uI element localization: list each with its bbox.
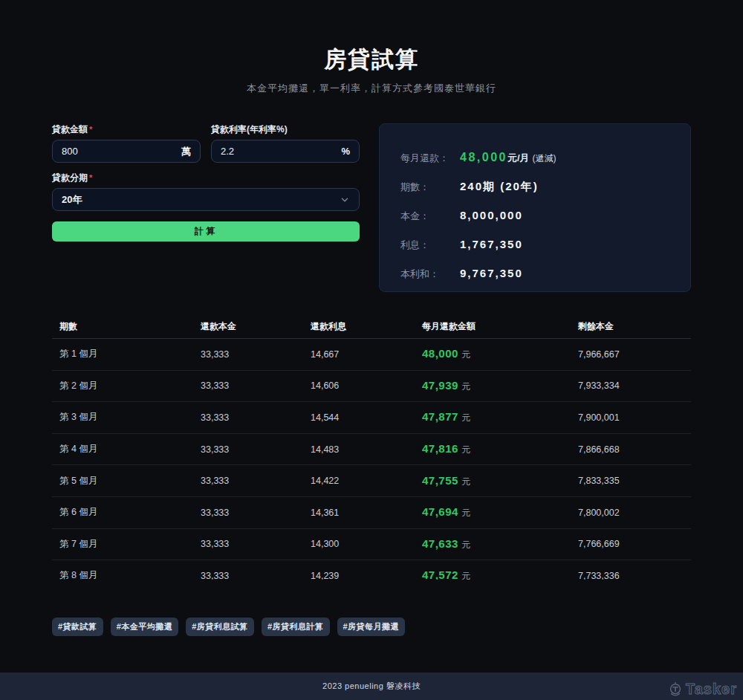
cell-period: 第 8 個月 [59,569,201,580]
table-row: 第 7 個月33,33314,30047,633元7,766,669 [52,529,691,561]
hashtag-badge: #房貸利息計算 [262,618,330,636]
summary-periods-value: 240期 (20年) [460,180,539,194]
loan-form: 貸款金額* 萬 貸款利率(年利率%) % 貸款分期* [52,123,360,242]
cell-remaining: 7,933,334 [578,380,691,391]
interest-rate-field: 貸款利率(年利率%) % [211,123,360,163]
cell-payment: 47,633元 [422,537,578,551]
cell-period: 第 3 個月 [59,411,201,424]
summary-total-value: 9,767,350 [460,267,523,279]
loan-term-select[interactable]: 20年 [52,188,360,211]
cell-interest: 14,483 [311,444,422,455]
table-row: 第 5 個月33,33314,42247,755元7,833,335 [52,465,691,497]
top-section: 貸款金額* 萬 貸款利率(年利率%) % 貸款分期* [52,123,691,292]
hashtag-badge: #本金平均攤還 [111,618,179,636]
summary-label: 本利和： [400,268,460,281]
cell-payment: 47,755元 [422,474,578,488]
tasker-watermark: Tasker [667,681,737,698]
loan-amount-unit: 萬 [181,145,200,158]
tasker-logo-icon [667,681,684,698]
interest-rate-input[interactable] [212,146,341,157]
summary-label: 每月還款： [400,152,460,165]
cell-period: 第 2 個月 [59,380,201,392]
hashtag-badge: #房貸每月攤還 [337,618,406,636]
footer: 2023 penueling 磐凌科技 Tasker [0,673,743,700]
cell-payment: 47,816元 [422,442,578,456]
cell-interest: 14,422 [311,476,422,486]
cell-principal: 33,333 [201,508,311,518]
page-title: 房貸試算 [52,43,691,76]
cell-interest: 14,606 [311,380,422,391]
interest-rate-label: 貸款利率(年利率%) [211,123,360,135]
summary-monthly-value: 48,000 [460,151,507,164]
interest-rate-unit: % [341,146,359,157]
table-header-cell: 期數 [59,320,201,333]
table-row: 第 4 個月33,33314,48347,816元7,866,668 [52,434,691,466]
summary-total: 本利和： 9,767,350 [400,267,669,281]
cell-interest: 14,361 [311,508,422,518]
summary-monthly-note: (遞減) [533,152,557,165]
cell-principal: 33,333 [201,380,311,391]
cell-principal: 33,333 [201,539,311,549]
summary-interest: 利息： 1,767,350 [400,238,669,252]
cell-period: 第 5 個月 [59,475,201,487]
table-header-cell: 剩餘本金 [578,320,691,333]
loan-amount-label: 貸款金額* [52,123,201,135]
summary-principal: 本金： 8,000,000 [400,209,669,223]
cell-period: 第 6 個月 [59,506,201,519]
cell-period: 第 1 個月 [59,348,201,360]
summary-interest-value: 1,767,350 [460,238,523,250]
summary-label: 本金： [400,210,460,223]
required-asterisk: * [89,125,92,134]
cell-payment: 47,939元 [422,379,578,393]
cell-interest: 14,300 [311,539,422,549]
cell-payment: 47,572元 [422,568,578,580]
cell-remaining: 7,800,002 [578,508,691,518]
loan-term-value: 20年 [62,193,82,207]
chevron-down-icon [340,195,350,205]
cell-interest: 14,544 [311,412,422,423]
hashtag-badge: #房貸利息試算 [186,618,254,636]
table-row: 第 2 個月33,33314,60647,939元7,933,334 [52,371,691,403]
summary-card: 每月還款： 48,000 元/月 (遞減) 期數： 240期 (20年) 本金：… [379,123,691,292]
summary-label: 利息： [400,239,460,252]
loan-term-field: 貸款分期* 20年 [52,172,360,211]
loan-term-label: 貸款分期* [52,172,360,184]
summary-monthly-suffix: 元/月 [507,152,530,165]
cell-payment: 47,694元 [422,505,578,519]
table-header-cell: 每月還款金額 [422,320,578,333]
cell-period: 第 4 個月 [59,443,201,456]
cell-remaining: 7,833,335 [578,476,691,486]
loan-amount-input[interactable] [53,146,181,157]
table-row: 第 8 個月33,33314,23947,572元7,733,336 [52,560,691,580]
cell-remaining: 7,766,669 [578,539,691,549]
table-row: 第 6 個月33,33314,36147,694元7,800,002 [52,497,691,529]
table-header-cell: 還款利息 [311,320,422,333]
cell-payment: 48,000元 [422,347,578,361]
cell-interest: 14,239 [311,571,422,580]
cell-period: 第 7 個月 [59,538,201,551]
table-header-row: 期數還款本金還款利息每月還款金額剩餘本金 [52,314,691,339]
cell-remaining: 7,733,336 [578,571,691,580]
cell-remaining: 7,900,001 [578,412,691,423]
tasker-logo-text: Tasker [686,681,737,698]
calculate-button[interactable]: 計算 [52,221,360,242]
table-header-cell: 還款本金 [201,320,311,333]
cell-principal: 33,333 [201,571,311,580]
page-subtitle: 本金平均攤還，單一利率，計算方式參考國泰世華銀行 [52,82,691,95]
footer-text: 2023 penueling 磐凌科技 [322,681,421,692]
cell-payment: 47,877元 [422,410,578,424]
cell-remaining: 7,966,667 [578,349,691,360]
cell-principal: 33,333 [201,412,311,423]
summary-periods: 期數： 240期 (20年) [400,180,669,194]
hashtag-badge: #貸款試算 [52,618,103,636]
amortization-table[interactable]: 期數還款本金還款利息每月還款金額剩餘本金 第 1 個月33,33314,6674… [52,314,691,580]
table-row: 第 3 個月33,33314,54447,877元7,900,001 [52,402,691,434]
cell-interest: 14,667 [311,349,422,360]
required-asterisk: * [89,173,92,182]
cell-principal: 33,333 [201,349,311,360]
cell-remaining: 7,866,668 [578,444,691,455]
cell-principal: 33,333 [201,476,311,486]
summary-principal-value: 8,000,000 [460,209,523,221]
main-content: 房貸試算 本金平均攤還，單一利率，計算方式參考國泰世華銀行 貸款金額* 萬 貸款… [0,43,743,636]
summary-monthly-payment: 每月還款： 48,000 元/月 (遞減) [400,151,669,165]
